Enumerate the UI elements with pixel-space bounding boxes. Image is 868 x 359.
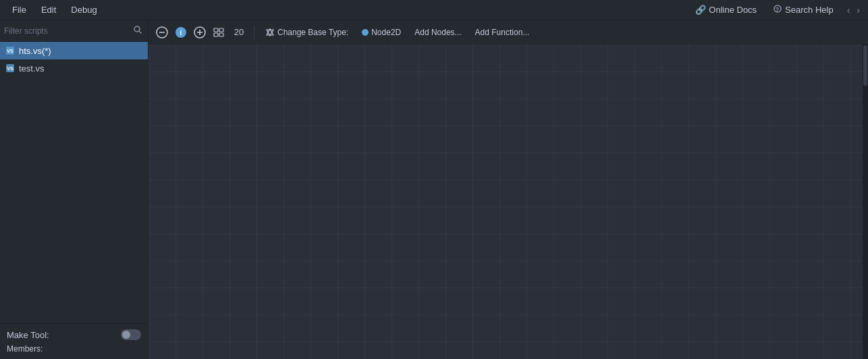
- node2d-badge[interactable]: Node2D: [356, 26, 406, 39]
- main-layout: VS hts.vs(*) VS test.vs Make Tool:: [0, 20, 868, 359]
- info-button[interactable]: i: [173, 24, 189, 40]
- menu-edit[interactable]: Edit: [34, 2, 63, 18]
- menu-file[interactable]: File: [5, 2, 33, 18]
- canvas-area[interactable]: [148, 45, 868, 359]
- zoom-value: 20: [229, 27, 248, 37]
- nav-arrows: ‹ ›: [844, 3, 863, 17]
- svg-rect-17: [214, 33, 218, 36]
- change-base-type-button[interactable]: Change Base Type:: [260, 26, 354, 39]
- script-item-hts[interactable]: VS hts.vs(*): [0, 42, 148, 59]
- script-list: VS hts.vs(*) VS test.vs: [0, 42, 148, 323]
- svg-rect-16: [219, 28, 223, 32]
- link-icon: 🔗: [695, 5, 706, 15]
- menu-bar: File Edit Debug 🔗 Online Docs ? Search H…: [0, 0, 868, 20]
- grid-canvas: [148, 45, 868, 359]
- add-function-button[interactable]: Add Function...: [470, 26, 535, 39]
- online-docs-label: Online Docs: [709, 5, 757, 15]
- toolbar-separator-1: [254, 26, 254, 39]
- script-name-test: test.vs: [19, 63, 45, 74]
- layout-button[interactable]: [211, 24, 227, 40]
- menu-bar-left: File Edit Debug: [5, 2, 104, 18]
- toggle-knob: [122, 331, 130, 339]
- menu-debug[interactable]: Debug: [64, 2, 103, 18]
- svg-text:VS: VS: [7, 49, 13, 53]
- nav-back-button[interactable]: ‹: [844, 3, 853, 17]
- change-base-type-label: Change Base Type:: [277, 28, 348, 37]
- search-icon[interactable]: [132, 25, 144, 36]
- sidebar-bottom: Make Tool: Members:: [0, 323, 148, 359]
- svg-rect-18: [219, 33, 223, 36]
- members-label: Members:: [7, 344, 141, 354]
- add-zoom-button[interactable]: [192, 24, 208, 40]
- search-help-label: Search Help: [785, 5, 834, 15]
- svg-rect-15: [214, 28, 218, 32]
- remove-button[interactable]: [154, 24, 170, 40]
- right-scrollbar[interactable]: [863, 45, 868, 359]
- node2d-dot: [362, 29, 369, 36]
- add-nodes-button[interactable]: Add Nodes...: [409, 26, 466, 39]
- right-panel: i 20: [148, 20, 868, 359]
- online-docs-button[interactable]: 🔗 Online Docs: [690, 3, 762, 16]
- menu-bar-right: 🔗 Online Docs ? Search Help ‹ ›: [690, 3, 863, 17]
- make-tool-label: Make Tool:: [7, 330, 49, 340]
- svg-text:VS: VS: [7, 66, 13, 71]
- svg-text:i: i: [180, 29, 182, 36]
- search-help-button[interactable]: ? Search Help: [767, 3, 839, 17]
- nav-forward-button[interactable]: ›: [854, 3, 863, 17]
- make-tool-row: Make Tool:: [7, 329, 141, 340]
- svg-text:?: ?: [776, 6, 780, 13]
- toolbar: i 20: [148, 20, 868, 45]
- search-help-icon: ?: [773, 4, 782, 16]
- script-name-hts: hts.vs(*): [19, 46, 51, 56]
- svg-line-3: [139, 31, 141, 33]
- filter-bar: [0, 20, 148, 42]
- scrollbar-thumb[interactable]: [863, 45, 867, 86]
- make-tool-toggle[interactable]: [121, 329, 141, 340]
- filter-scripts-input[interactable]: [4, 26, 132, 36]
- script-icon-test: VS: [5, 63, 15, 73]
- node2d-label: Node2D: [371, 28, 401, 37]
- sidebar: VS hts.vs(*) VS test.vs Make Tool:: [0, 20, 148, 359]
- script-item-test[interactable]: VS test.vs: [0, 59, 148, 77]
- script-icon-hts: VS: [5, 46, 15, 55]
